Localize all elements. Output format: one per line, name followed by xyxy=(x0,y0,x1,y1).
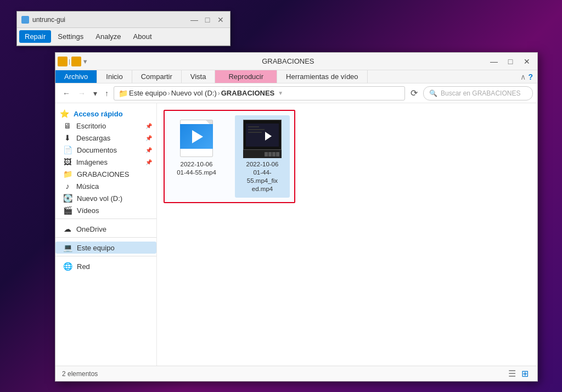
mp4-original-icon xyxy=(177,120,216,158)
sidebar-label-nuevo-vol: Nuevo vol (D:) xyxy=(77,194,122,203)
mp4-thumb-bottom xyxy=(243,150,282,158)
breadcrumb-folder-icon: 📁 xyxy=(119,89,128,98)
untrunc-maximize-button[interactable]: □ xyxy=(203,15,212,24)
computer-icon: 💻 xyxy=(63,243,72,252)
address-box[interactable]: 📁 Este equipo › Nuevo vol (D:) › GRABACI… xyxy=(114,86,405,100)
explorer-window-title: GRABACIONES xyxy=(262,57,314,65)
file-area[interactable]: 2022-10-0601-44-55.mp4 xyxy=(157,103,537,366)
pin-icon-2: 📌 xyxy=(145,135,152,141)
search-icon: 🔍 xyxy=(429,89,437,97)
sidebar-item-descargas[interactable]: ⬇ Descargas 📌 xyxy=(55,132,156,144)
cloud-icon: ☁ xyxy=(63,225,72,233)
breadcrumb-drive[interactable]: Nuevo vol (D:) xyxy=(171,89,217,97)
untrunc-app-icon xyxy=(21,16,29,24)
explorer-close-button[interactable]: ✕ xyxy=(521,55,533,68)
folder-icon: 📁 xyxy=(63,170,72,178)
sidebar-item-nuevo-vol[interactable]: 💽 Nuevo vol (D:) xyxy=(55,192,156,204)
tab-vista[interactable]: Vista xyxy=(182,70,216,83)
untrunc-close-button[interactable]: ✕ xyxy=(216,15,226,24)
untrunc-titlebar: untrunc-gui — □ ✕ xyxy=(17,12,230,28)
sidebar-item-este-equipo[interactable]: 💻 Este equipo xyxy=(55,242,156,254)
pin-icon: 📌 xyxy=(145,123,152,129)
tab-reproducir[interactable]: Reproducir xyxy=(215,70,277,83)
file-item-fixed[interactable]: 2022-10-0601-44-55.mp4_fixed.mp4 xyxy=(235,115,290,198)
search-placeholder-text: Buscar en GRABACIONES xyxy=(441,89,520,97)
pin-icon-4: 📌 xyxy=(145,159,152,165)
nav-up-button[interactable]: ↑ xyxy=(102,88,111,99)
tab-archivo[interactable]: Archivo xyxy=(55,70,97,83)
ribbon-expand-icon[interactable]: ∧ xyxy=(520,72,526,81)
help-icon[interactable]: ? xyxy=(528,72,533,81)
breadcrumb-folder[interactable]: GRABACIONES xyxy=(221,89,275,97)
breadcrumb-dropdown-icon[interactable]: ▼ xyxy=(278,90,283,96)
menu-settings[interactable]: Settings xyxy=(52,30,89,43)
explorer-maximize-button[interactable]: □ xyxy=(504,55,516,68)
file-name-original: 2022-10-0601-44-55.mp4 xyxy=(177,160,216,177)
thumb-line-1 xyxy=(248,126,259,127)
view-details-button[interactable]: ☰ xyxy=(506,368,518,379)
tab-herramientas[interactable]: Herramientas de vídeo xyxy=(277,70,368,83)
sidebar-item-documentos[interactable]: 📄 Documentos 📌 xyxy=(55,144,156,156)
refresh-button[interactable]: ⟳ xyxy=(407,87,421,99)
sidebar-item-acceso-rapido[interactable]: ⭐ Acceso rápido xyxy=(55,108,156,120)
film-frame-3 xyxy=(272,152,276,156)
sidebar-label-descargas: Descargas xyxy=(76,134,110,142)
sidebar-item-grabaciones[interactable]: 📁 GRABACIONES xyxy=(55,168,156,180)
file-name-fixed: 2022-10-0601-44-55.mp4_fixed.mp4 xyxy=(238,160,286,193)
sidebar-label-este-equipo: Este equipo xyxy=(77,244,115,252)
quick-access-bar: | ▼ xyxy=(58,57,88,66)
pin-icon-3: 📌 xyxy=(145,147,152,153)
untrunc-title-text: untrunc-gui xyxy=(32,16,65,24)
explorer-titlebar: | ▼ GRABACIONES — □ ✕ xyxy=(55,53,537,70)
status-count: 2 elementos xyxy=(62,370,98,378)
breadcrumb-sep-2: › xyxy=(218,89,220,97)
sidebar-label-onedrive: OneDrive xyxy=(76,225,106,233)
untrunc-minimize-button[interactable]: — xyxy=(189,15,199,24)
selection-box: 2022-10-0601-44-55.mp4 xyxy=(164,110,295,203)
quick-btn-2[interactable] xyxy=(71,57,81,66)
sidebar-item-musica[interactable]: ♪ Música xyxy=(55,180,156,192)
untrunc-menubar: Repair Settings Analyze About xyxy=(17,28,230,46)
download-icon: ⬇ xyxy=(63,133,72,142)
mp4-thumb xyxy=(243,120,282,150)
film-frame-2 xyxy=(268,152,272,156)
search-box[interactable]: 🔍 Buscar en GRABACIONES xyxy=(423,86,533,100)
view-tiles-button[interactable]: ⊞ xyxy=(519,368,531,379)
menu-about[interactable]: About xyxy=(128,30,158,43)
sidebar-divider-3 xyxy=(55,256,156,258)
nav-dropdown-button[interactable]: ▾ xyxy=(91,88,100,99)
breadcrumb-sep-1: › xyxy=(168,89,170,97)
sidebar-label-escritorio: Escritorio xyxy=(76,122,106,130)
sidebar-item-onedrive[interactable]: ☁ OneDrive xyxy=(55,223,156,235)
sidebar: ⭐ Acceso rápido 🖥 Escritorio 📌 ⬇ Descarg… xyxy=(55,103,157,366)
tab-compartir[interactable]: Compartir xyxy=(132,70,182,83)
untrunc-window: untrunc-gui — □ ✕ Repair Settings Analyz… xyxy=(16,11,231,46)
sidebar-item-escritorio[interactable]: 🖥 Escritorio 📌 xyxy=(55,120,156,132)
thumb-line-3 xyxy=(248,132,262,133)
menu-analyze[interactable]: Analyze xyxy=(90,30,126,43)
sidebar-divider-1 xyxy=(55,219,156,221)
video-icon: 🎬 xyxy=(63,206,72,215)
breadcrumb-root[interactable]: Este equipo xyxy=(129,89,167,97)
tab-inicio[interactable]: Inicio xyxy=(97,70,132,83)
explorer-minimize-button[interactable]: — xyxy=(488,55,500,68)
address-bar-row: ← → ▾ ↑ 📁 Este equipo › Nuevo vol (D:) ›… xyxy=(55,83,537,103)
mp4-thumb-inner xyxy=(246,124,279,147)
sidebar-label-imagenes: Imágenes xyxy=(76,158,108,166)
sidebar-item-imagenes[interactable]: 🖼 Imágenes 📌 xyxy=(55,156,156,168)
quick-btn-1[interactable] xyxy=(58,57,68,66)
film-frame-1 xyxy=(265,152,268,156)
thumb-line-2 xyxy=(248,129,265,130)
sidebar-item-red[interactable]: 🌐 Red xyxy=(55,260,156,272)
main-area: ⭐ Acceso rápido 🖥 Escritorio 📌 ⬇ Descarg… xyxy=(55,103,537,366)
network-icon: 🌐 xyxy=(63,262,72,271)
sidebar-item-videos[interactable]: 🎬 Vídeos xyxy=(55,204,156,216)
menu-repair[interactable]: Repair xyxy=(19,30,51,43)
untrunc-title-left: untrunc-gui xyxy=(21,16,65,24)
nav-back-button[interactable]: ← xyxy=(60,88,73,99)
nav-forward-button[interactable]: → xyxy=(75,88,88,99)
quick-separator-2: ▼ xyxy=(82,58,88,65)
drive-icon: 💽 xyxy=(63,194,72,203)
file-item-original[interactable]: 2022-10-0601-44-55.mp4 xyxy=(169,115,224,198)
view-buttons: ☰ ⊞ xyxy=(506,368,531,379)
